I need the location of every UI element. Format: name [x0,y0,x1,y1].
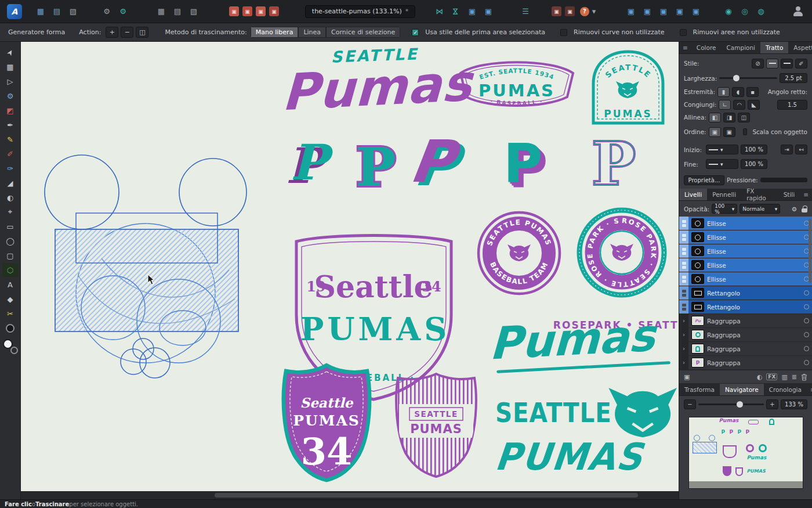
blend-mode-dropdown[interactable]: Normale▾ [740,204,780,214]
letter-p-5[interactable]: P P [579,128,648,197]
layer-select-dot[interactable] [804,346,809,351]
help-dropdown-icon[interactable]: ▾ [590,5,597,18]
horizontal-scrollbar[interactable] [215,493,638,498]
account-person-icon[interactable] [792,6,804,17]
artwork-wireframe-sketch[interactable] [44,154,252,381]
end-style-dropdown[interactable]: ▾ [706,159,738,169]
tab-campioni[interactable]: Campioni [721,42,760,53]
start-style-dropdown[interactable]: ▾ [706,145,738,154]
snap-toggle-icon-4[interactable]: ▣ [673,5,687,18]
rotate-ccw-icon[interactable]: ▣ [465,5,479,18]
snap-option-icon-1[interactable]: ▣ [229,6,239,16]
letter-p-4[interactable]: P [503,132,542,194]
color-picker-tool[interactable]: ◆ [2,292,19,306]
flip-vertical-icon[interactable]: ⋈ [449,5,462,19]
adjustment-icon[interactable]: ◐ [757,373,763,381]
transparency-tool[interactable]: ◐ [2,190,19,204]
view-mode-icon-1[interactable]: ◉ [722,5,735,18]
layer-select-dot[interactable] [804,318,809,323]
artwork-badge34-shield[interactable]: Seattle PUMAS 34 [277,360,376,485]
snap-option-icon-3[interactable]: ▣ [256,6,266,16]
table-icon-1[interactable]: ▦ [154,5,168,18]
join-miter-button[interactable]: ∟ [719,100,731,110]
preferences-gear-icon[interactable]: ⚙ [116,5,130,18]
flip-horizontal-icon[interactable]: ⋈ [433,5,447,18]
new-layer-icon[interactable]: ≣ [792,373,797,381]
align-inside-button[interactable]: ◨ [723,113,735,123]
layer-group-row[interactable]: ›PuRaggruppa [679,314,812,328]
action-add-button[interactable]: + [106,27,118,38]
fx-icon[interactable]: FX [766,373,777,380]
zoom-value[interactable]: 133 % [781,399,807,409]
stroke-none-button[interactable]: ⊘ [752,59,764,69]
layers-scrollbar[interactable] [809,219,811,283]
properties-button[interactable]: Proprietà... [684,175,724,185]
artwork-round-team-badge[interactable]: SEATTLE PUMAS BASEBALL TEAM [476,208,563,297]
layers-menu-icon[interactable]: ≡ [803,189,809,200]
fill-stroke-swatch[interactable] [3,339,18,354]
action-combine-button[interactable]: ◫ [136,27,148,38]
expand-caret-icon[interactable]: › [683,331,685,338]
scale-with-object-checkbox[interactable] [743,128,748,135]
expand-caret-icon[interactable]: › [683,345,685,352]
app-icon[interactable]: A [7,4,22,19]
navigator-preview[interactable]: Pumas P P P P Pumas PUMAS [688,417,803,489]
end-size-value[interactable]: 100 % [741,159,767,169]
layer-select-dot[interactable] [804,360,809,365]
action-subtract-button[interactable]: − [121,27,133,38]
tab-colore[interactable]: Colore [691,42,722,53]
cap-butt-button[interactable]: ▮ [717,87,730,97]
view-mode-icon-2[interactable]: ◎ [738,5,752,18]
stroke-dash-button[interactable] [781,59,793,69]
remove-curves-checkbox[interactable] [560,29,567,36]
text-tool[interactable]: A [2,278,19,291]
canvas[interactable]: SEATTLE Pumas EST. SEATTLE 1934 PUMAS · … [21,42,679,499]
shape-builder-tool[interactable]: ⬡ [2,263,19,277]
chart-icon[interactable]: ▧ [66,5,80,18]
artwork-striped-shield[interactable]: SEATTLE PUMAS [390,369,483,481]
artwork-block-logo[interactable]: SEATTLE PUMAS [495,384,679,499]
tab-navigatore[interactable]: Navigatore [720,384,764,395]
vector-brush-tool[interactable]: ✑ [2,161,19,175]
table-icon-2[interactable]: ▤ [171,5,184,18]
opacity-value[interactable]: 100 %▾ [712,204,737,214]
join-bevel-button[interactable]: ◣ [748,100,760,110]
swap-end-button[interactable]: ↤ [795,145,807,154]
swap-start-button[interactable]: ⇥ [781,145,793,154]
tab-stili[interactable]: Stili [778,189,800,200]
drag-method-freehand-button[interactable]: Mano libera [251,27,299,38]
artwork-arch-badge[interactable]: EST. SEATTLE 1934 PUMAS · BASEBALL · [453,50,581,117]
stroke-width-slider[interactable] [719,77,777,79]
help-assistant-icon[interactable]: ? [580,7,589,16]
settings-gear-icon[interactable]: ⚙ [100,5,114,18]
artwork-stamp-badge[interactable]: SEATTLE PUMAS [588,46,668,128]
layer-select-dot[interactable] [804,290,809,296]
drag-method-marquee-button[interactable]: Cornice di selezione [326,27,400,38]
insert-target-icon-1[interactable]: ▣ [552,6,561,16]
node-tool[interactable]: ▷ [2,74,19,88]
artwork-script-logo[interactable]: SEATTLE Pumas [282,46,467,112]
pen-tool[interactable]: ✒ [2,118,19,132]
artwork-round-park-badge[interactable]: ROSE PARK · SEATTLE · ROSE PARK · SEATTL… [570,207,673,298]
blend-tool[interactable] [2,321,19,335]
stroke-width-value[interactable]: 2.5 pt [780,73,807,83]
tab-aspetto[interactable]: Aspetto [788,42,812,53]
layer-select-dot[interactable] [804,304,809,309]
layer-row[interactable]: Ellisse [679,217,812,230]
crop-tool[interactable]: ⌖ [2,205,19,219]
snap-toggle-icon-3[interactable]: ▣ [657,5,670,18]
pressure-profile[interactable] [760,178,807,182]
snap-option-icon-2[interactable]: ▣ [242,6,252,16]
stroke-solid-button[interactable] [766,59,778,69]
ellipse-tool[interactable]: ◯ [2,234,19,248]
snap-toggle-icon-1[interactable]: ▣ [624,5,638,18]
document-title[interactable]: the-seattle-pumas (133.1%) * [305,5,415,18]
pencil-tool[interactable]: ✎ [2,132,19,146]
layer-group-row[interactable]: ›Raggruppa [679,342,812,356]
layer-row[interactable]: Ellisse [679,230,812,244]
expand-caret-icon[interactable]: › [683,359,685,366]
insert-target-icon-2[interactable]: ▣ [565,6,575,16]
letter-p-2[interactable]: P [347,134,405,197]
letter-p-3[interactable]: P [406,128,458,196]
layer-lock-icon[interactable] [802,206,807,212]
